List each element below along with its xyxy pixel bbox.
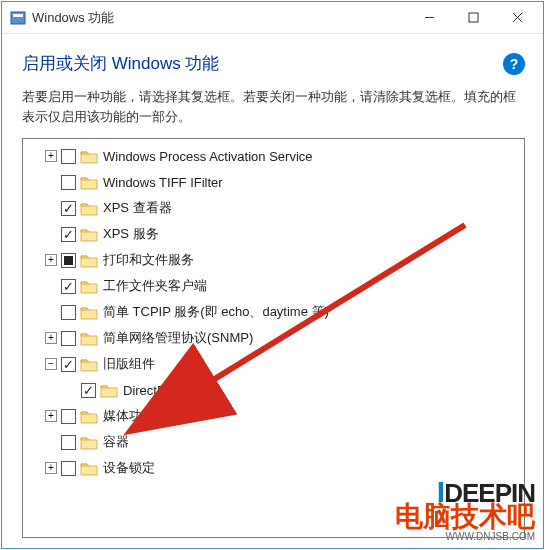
svg-rect-3 [469, 13, 478, 22]
tree-row[interactable]: +简单网络管理协议(SNMP) [25, 325, 522, 351]
tree-item-label: XPS 查看器 [103, 199, 172, 217]
expander-icon[interactable]: − [45, 358, 57, 370]
checkbox[interactable] [61, 227, 76, 242]
tree-row[interactable]: 工作文件夹客户端 [25, 273, 522, 299]
tree-item-label: 简单 TCPIP 服务(即 echo、daytime 等) [103, 303, 329, 321]
tree-row[interactable]: +媒体功能 [25, 403, 522, 429]
expander-placeholder [65, 384, 77, 396]
expander-placeholder [45, 306, 57, 318]
expander-icon[interactable]: + [45, 150, 57, 162]
checkbox[interactable] [61, 305, 76, 320]
folder-icon [80, 201, 98, 216]
features-tree[interactable]: +Windows Process Activation ServiceWindo… [22, 138, 525, 538]
checkbox[interactable] [61, 149, 76, 164]
checkbox[interactable] [81, 383, 96, 398]
folder-icon [80, 461, 98, 476]
tree-row[interactable]: DirectPlay [25, 377, 522, 403]
expander-placeholder [45, 202, 57, 214]
minimize-button[interactable] [407, 3, 451, 33]
tree-item-label: Windows TIFF IFilter [103, 175, 223, 190]
svg-rect-0 [11, 12, 25, 24]
expander-icon[interactable]: + [45, 254, 57, 266]
description-text: 若要启用一种功能，请选择其复选框。若要关闭一种功能，请清除其复选框。填充的框表示… [22, 87, 525, 126]
tree-row[interactable]: −旧版组件 [25, 351, 522, 377]
tree-item-label: Windows Process Activation Service [103, 149, 313, 164]
tree-item-label: DirectPlay [123, 383, 182, 398]
tree-row[interactable]: +设备锁定 [25, 455, 522, 481]
tree-item-label: 打印和文件服务 [103, 251, 194, 269]
window: Windows 功能 启用或关闭 Windows 功能 ? 若要启用一种功能，请… [1, 1, 544, 549]
tree-item-label: 媒体功能 [103, 407, 155, 425]
tree-item-label: 工作文件夹客户端 [103, 277, 207, 295]
expander-placeholder [45, 280, 57, 292]
tree-row[interactable]: Windows TIFF IFilter [25, 169, 522, 195]
folder-icon [80, 227, 98, 242]
expander-placeholder [45, 176, 57, 188]
folder-icon [80, 435, 98, 450]
expander-icon[interactable]: + [45, 332, 57, 344]
tree-row[interactable]: 容器 [25, 429, 522, 455]
folder-icon [80, 279, 98, 294]
titlebar: Windows 功能 [2, 2, 543, 34]
help-icon[interactable]: ? [503, 53, 525, 75]
expander-placeholder [45, 436, 57, 448]
checkbox[interactable] [61, 331, 76, 346]
tree-item-label: 容器 [103, 433, 129, 451]
content-area: 启用或关闭 Windows 功能 ? 若要启用一种功能，请选择其复选框。若要关闭… [2, 34, 543, 548]
tree-item-label: XPS 服务 [103, 225, 159, 243]
tree-item-label: 旧版组件 [103, 355, 155, 373]
tree-item-label: 简单网络管理协议(SNMP) [103, 329, 253, 347]
checkbox[interactable] [61, 435, 76, 450]
maximize-button[interactable] [451, 3, 495, 33]
checkbox[interactable] [61, 409, 76, 424]
folder-icon [80, 357, 98, 372]
folder-icon [100, 383, 118, 398]
checkbox[interactable] [61, 175, 76, 190]
checkbox[interactable] [61, 253, 76, 268]
heading-row: 启用或关闭 Windows 功能 ? [22, 52, 525, 75]
tree-row[interactable]: 简单 TCPIP 服务(即 echo、daytime 等) [25, 299, 522, 325]
folder-icon [80, 409, 98, 424]
tree-row[interactable]: +Windows Process Activation Service [25, 143, 522, 169]
expander-icon[interactable]: + [45, 462, 57, 474]
folder-icon [80, 175, 98, 190]
close-button[interactable] [495, 3, 539, 33]
checkbox[interactable] [61, 201, 76, 216]
expander-icon[interactable]: + [45, 410, 57, 422]
folder-icon [80, 305, 98, 320]
svg-rect-1 [13, 14, 23, 17]
folder-icon [80, 331, 98, 346]
tree-row[interactable]: +打印和文件服务 [25, 247, 522, 273]
checkbox[interactable] [61, 461, 76, 476]
folder-icon [80, 253, 98, 268]
page-heading: 启用或关闭 Windows 功能 [22, 52, 503, 75]
app-icon [10, 10, 26, 26]
checkbox[interactable] [61, 279, 76, 294]
folder-icon [80, 149, 98, 164]
tree-row[interactable]: XPS 服务 [25, 221, 522, 247]
tree-item-label: 设备锁定 [103, 459, 155, 477]
window-title: Windows 功能 [32, 9, 407, 27]
tree-row[interactable]: XPS 查看器 [25, 195, 522, 221]
expander-placeholder [45, 228, 57, 240]
checkbox[interactable] [61, 357, 76, 372]
